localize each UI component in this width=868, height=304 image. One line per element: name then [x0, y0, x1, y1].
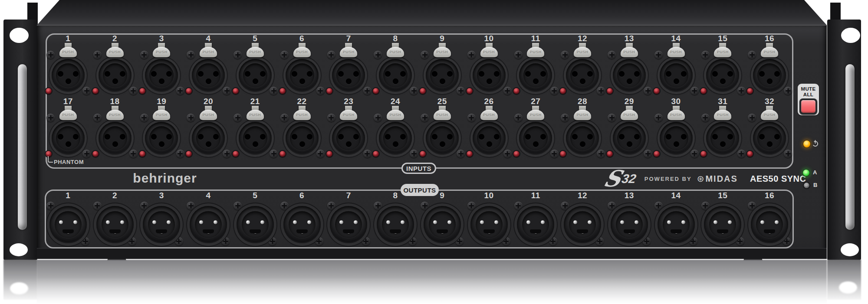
push-release-tab[interactable]: PUSH — [527, 47, 544, 57]
phantom-power-led — [420, 88, 426, 94]
input-number-label: 12 — [578, 34, 587, 43]
xlr-connector-face — [56, 63, 80, 88]
phantom-power-led — [700, 151, 707, 157]
push-release-tab[interactable]: PUSH — [106, 47, 124, 57]
push-release-tab[interactable]: PUSH — [340, 47, 357, 57]
rack-handle-right[interactable] — [845, 64, 855, 230]
panel-screw — [223, 87, 231, 95]
push-release-tab[interactable]: PUSH — [667, 110, 685, 120]
rack-handle-left[interactable] — [18, 64, 27, 230]
output-number-label: 6 — [299, 191, 304, 200]
xlr-female-connector — [613, 59, 646, 92]
xlr-connector-face — [663, 211, 690, 238]
push-release-tab[interactable]: PUSH — [761, 47, 778, 57]
panel-screw — [549, 237, 557, 245]
xlr-connector-face — [664, 63, 688, 88]
phantom-power-led — [326, 88, 332, 94]
xlr-female-connector — [99, 122, 132, 155]
push-release-tab[interactable]: PUSH — [761, 110, 778, 120]
push-release-tab[interactable]: PUSH — [200, 47, 217, 57]
panel-screw — [421, 114, 429, 122]
push-release-tab[interactable]: PUSH — [574, 110, 591, 120]
input-number-label: 24 — [391, 97, 400, 106]
push-release-tab[interactable]: PUSH — [293, 47, 311, 57]
push-release-tab[interactable]: PUSH — [480, 110, 498, 120]
push-release-tab[interactable]: PUSH — [247, 47, 264, 57]
xlr-male-connector — [658, 206, 695, 243]
phantom-power-led — [420, 151, 426, 157]
panel-screw — [701, 114, 710, 122]
xlr-latch-slot — [390, 229, 401, 233]
rack-mount-hole — [10, 28, 29, 43]
xlr-female-connector — [426, 59, 459, 92]
xlr-output-jack: 1 — [45, 191, 92, 246]
push-release-tab[interactable]: PUSH — [434, 110, 451, 120]
push-release-tab[interactable]: PUSH — [387, 110, 404, 120]
panel-screw — [408, 237, 417, 245]
xlr-input-jack: 8 PUSH — [372, 34, 419, 99]
input-number-label: 5 — [253, 34, 257, 43]
phantom-power-led — [326, 151, 332, 157]
push-release-tab[interactable]: PUSH — [340, 110, 357, 120]
mute-all-button[interactable] — [799, 98, 817, 114]
push-release-tab[interactable]: PUSH — [434, 47, 451, 57]
xlr-input-jack: 26 PUSH — [466, 97, 513, 164]
panel-screw — [597, 87, 605, 95]
phantom-power-led — [233, 88, 239, 94]
push-release-tab[interactable]: PUSH — [293, 110, 311, 120]
panel-screw — [233, 114, 242, 122]
push-release-tab[interactable]: PUSH — [200, 110, 217, 120]
panel-screw — [374, 202, 382, 210]
panel-screw — [690, 87, 699, 95]
push-release-tab[interactable]: PUSH — [106, 110, 124, 120]
xlr-input-jack: 5 PUSH — [232, 34, 279, 99]
push-release-tab[interactable]: PUSH — [59, 47, 77, 57]
phantom-power-led — [279, 151, 286, 157]
output-number-label: 2 — [112, 191, 117, 200]
push-release-tab[interactable]: PUSH — [714, 47, 731, 57]
panel-screw — [608, 114, 616, 122]
panel-screw — [502, 237, 510, 245]
xlr-connector-face — [55, 211, 82, 238]
input-number-label: 29 — [625, 97, 634, 106]
panel-screw — [316, 87, 325, 95]
push-release-tab[interactable]: PUSH — [714, 110, 731, 120]
panel-screw — [175, 237, 183, 245]
xlr-input-jack: 30 PUSH — [653, 97, 700, 164]
panel-screw — [783, 237, 791, 245]
behringer-logo: behringer — [100, 171, 230, 186]
xlr-female-connector — [145, 59, 178, 92]
push-release-tab[interactable]: PUSH — [621, 110, 638, 120]
output-number-label: 13 — [625, 191, 634, 200]
xlr-connector-face — [103, 63, 127, 88]
output-number-label: 15 — [718, 191, 727, 200]
xlr-connector-face — [196, 126, 220, 150]
push-release-tab[interactable]: PUSH — [621, 47, 638, 57]
push-release-tab[interactable]: PUSH — [480, 47, 498, 57]
xlr-output-jack: 13 — [606, 191, 653, 246]
xlr-female-connector — [379, 59, 412, 92]
xlr-output-jack: 8 — [372, 191, 419, 246]
panel-screw — [140, 114, 148, 122]
xlr-female-connector — [52, 122, 85, 155]
xlr-output-jack: 10 — [466, 191, 513, 246]
xlr-connector-face — [383, 126, 408, 150]
push-release-tab[interactable]: PUSH — [387, 47, 404, 57]
input-number-label: 23 — [344, 97, 353, 106]
xlr-female-connector — [473, 59, 506, 92]
xlr-female-connector — [473, 122, 506, 155]
push-release-tab[interactable]: PUSH — [153, 110, 170, 120]
panel-screw — [467, 202, 476, 210]
push-release-tab[interactable]: PUSH — [59, 110, 77, 120]
input-number-label: 4 — [206, 34, 211, 43]
rack-mount-hole — [841, 28, 860, 43]
push-release-tab[interactable]: PUSH — [527, 110, 544, 120]
panel-screw — [327, 51, 335, 59]
push-release-tab[interactable]: PUSH — [247, 110, 264, 120]
push-release-tab[interactable]: PUSH — [153, 47, 170, 57]
xlr-output-jack: 7 — [326, 191, 372, 246]
xlr-latch-slot — [250, 229, 261, 233]
push-release-tab[interactable]: PUSH — [667, 47, 685, 57]
input-number-label: 13 — [625, 34, 634, 43]
push-release-tab[interactable]: PUSH — [574, 47, 591, 57]
